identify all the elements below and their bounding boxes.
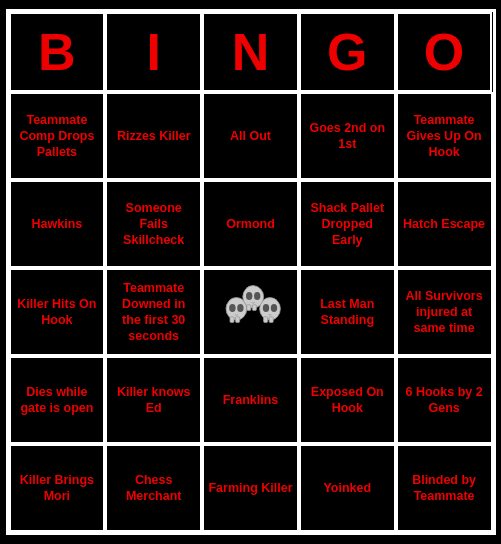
bingo-cell-23: Yoinked: [299, 444, 396, 532]
svg-rect-12: [253, 305, 257, 311]
svg-point-4: [238, 304, 244, 312]
svg-point-14: [254, 292, 260, 300]
svg-rect-7: [270, 317, 274, 323]
svg-rect-11: [247, 305, 251, 311]
bingo-cell-14: All Survivors injured at same time: [396, 268, 493, 356]
header-g: G: [299, 12, 396, 92]
bingo-cell-8: Shack Pallet Dropped Early: [299, 180, 396, 268]
bingo-cell-22: Farming Killer: [202, 444, 299, 532]
bingo-cell-1: Rizzes Killer: [105, 92, 202, 180]
bingo-cell-5: Hawkins: [9, 180, 106, 268]
svg-rect-6: [264, 317, 268, 323]
skulls-icon: [218, 280, 282, 344]
header-i: I: [105, 12, 202, 92]
bingo-header: B I N G O: [9, 12, 493, 92]
bingo-cell-16: Killer knows Ed: [105, 356, 202, 444]
bingo-cell-19: 6 Hooks by 2 Gens: [396, 356, 493, 444]
svg-point-8: [263, 304, 269, 312]
bingo-cell-20: Killer Brings Mori: [9, 444, 106, 532]
bingo-cell-15: Dies while gate is open: [9, 356, 106, 444]
bingo-cell-17: Franklins: [202, 356, 299, 444]
svg-rect-2: [236, 317, 240, 323]
bingo-cell-6: Someone Fails Skillcheck: [105, 180, 202, 268]
bingo-cell-3: Goes 2nd on 1st: [299, 92, 396, 180]
bingo-cell-24: Blinded by Teammate: [396, 444, 493, 532]
bingo-cell-18: Exposed On Hook: [299, 356, 396, 444]
bingo-cell-0: Teammate Comp Drops Pallets: [9, 92, 106, 180]
bingo-cell-7: Ormond: [202, 180, 299, 268]
bingo-cell-10: Killer Hits On Hook: [9, 268, 106, 356]
bingo-grid: Teammate Comp Drops PalletsRizzes Killer…: [9, 92, 493, 532]
header-o: O: [396, 12, 493, 92]
svg-rect-1: [230, 317, 234, 323]
bingo-cell-9: Hatch Escape: [396, 180, 493, 268]
bingo-cell-21: Chess Merchant: [105, 444, 202, 532]
svg-point-9: [271, 304, 277, 312]
bingo-cell-4: Teammate Gives Up On Hook: [396, 92, 493, 180]
bingo-card: B I N G O Teammate Comp Drops PalletsRiz…: [6, 9, 496, 535]
bingo-cell-11: Teammate Downed in the first 30 seconds: [105, 268, 202, 356]
header-b: B: [9, 12, 106, 92]
bingo-cell-13: Last Man Standing: [299, 268, 396, 356]
bingo-cell-12: [202, 268, 299, 356]
svg-point-13: [246, 292, 252, 300]
bingo-cell-2: All Out: [202, 92, 299, 180]
header-n: N: [202, 12, 299, 92]
svg-point-3: [230, 304, 236, 312]
